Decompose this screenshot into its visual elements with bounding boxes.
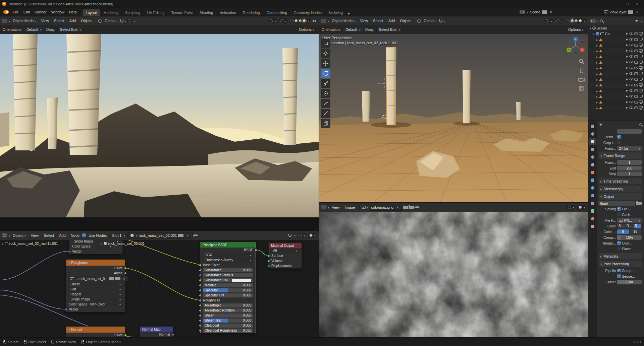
time-stretching-section[interactable]: Time Stretching xyxy=(599,178,642,184)
unlink-image-icon[interactable] xyxy=(395,205,400,210)
tab-object[interactable] xyxy=(589,169,596,176)
disable-render-icon[interactable] xyxy=(634,67,638,69)
slot-preview-toggle[interactable] xyxy=(308,233,317,238)
roughness-frame-header[interactable]: Roughness xyxy=(66,260,125,266)
anisotropic-rotation-field[interactable]: Anisotropic Rotation0.000 xyxy=(203,308,253,313)
expand-icon[interactable] xyxy=(596,66,598,70)
outliner-collection-row[interactable]: Co xyxy=(588,31,644,37)
tab-particles[interactable] xyxy=(589,185,596,191)
unlink-scene-icon[interactable] xyxy=(548,9,554,15)
roughness-texture-node[interactable]: Roughness Color Alpha rock_moss_set_0...… xyxy=(66,259,125,312)
add-workspace-button[interactable] xyxy=(346,11,352,16)
menu-add[interactable]: Add xyxy=(386,18,397,24)
pin-icon[interactable] xyxy=(414,206,420,208)
hide-viewport-icon[interactable] xyxy=(629,55,633,58)
hide-viewport-icon[interactable] xyxy=(629,44,633,46)
disable-viewport-icon[interactable] xyxy=(639,55,643,57)
selectable-icon[interactable] xyxy=(626,33,628,35)
solid-shading-icon[interactable] xyxy=(294,19,298,22)
pause-render-button[interactable] xyxy=(312,18,317,23)
unlink-material-icon[interactable] xyxy=(185,233,190,238)
solid-shading-icon[interactable] xyxy=(571,19,574,22)
stereoscopy-section[interactable]: Stereoscopy xyxy=(599,186,642,192)
use-nodes-checkbox[interactable] xyxy=(82,233,86,237)
tab-geometry-nodes[interactable]: Geometry Nodes xyxy=(290,9,325,16)
outliner-object-row[interactable] xyxy=(588,42,644,48)
tab-render[interactable] xyxy=(589,131,596,137)
subsurface-color-field[interactable]: Subsurface Col... xyxy=(203,278,253,282)
menu-help[interactable]: Help xyxy=(67,9,79,15)
disable-viewport-icon[interactable] xyxy=(639,106,643,109)
expand-icon[interactable] xyxy=(596,49,598,53)
filter-icon[interactable] xyxy=(599,124,602,126)
scale-tool[interactable] xyxy=(321,79,330,88)
crop-checkbox[interactable] xyxy=(617,141,621,144)
tab-constraints[interactable] xyxy=(589,200,596,207)
interpolation-dropdown[interactable]: Linear xyxy=(69,282,122,286)
filter-icon[interactable] xyxy=(635,20,638,22)
placeholders-checkbox[interactable] xyxy=(617,247,621,251)
disable-viewport-icon[interactable] xyxy=(639,95,643,97)
disable-viewport-icon[interactable] xyxy=(639,49,643,52)
color-swatch[interactable] xyxy=(232,279,251,282)
outliner-object-row[interactable] xyxy=(588,37,644,42)
disable-render-icon[interactable] xyxy=(634,89,638,92)
material-slot-dropdown[interactable]: Slot 1 xyxy=(109,233,127,238)
show-gizmo-toggle[interactable] xyxy=(268,18,277,23)
options-dropdown[interactable]: Options xyxy=(297,26,316,32)
material-shading-icon[interactable] xyxy=(299,19,302,22)
projection-dropdown[interactable]: Flat xyxy=(69,287,122,291)
selectable-icon[interactable] xyxy=(626,107,628,109)
tab-texture-paint[interactable]: Texture Paint xyxy=(168,9,196,16)
metadata-section[interactable]: Metadata xyxy=(599,253,642,259)
menu-view[interactable]: View xyxy=(39,18,51,24)
editor-type-3d-viewport-icon[interactable] xyxy=(321,19,326,23)
menu-object[interactable]: Object xyxy=(78,18,94,24)
menu-view[interactable]: View xyxy=(358,18,370,24)
new-image-icon[interactable] xyxy=(403,206,408,209)
shader-type-dropdown[interactable]: Object xyxy=(10,232,28,238)
compositing-checkbox[interactable] xyxy=(617,269,621,272)
disable-viewport-icon[interactable] xyxy=(639,89,643,91)
frame-rate-dropdown[interactable]: 24 fps xyxy=(617,146,642,151)
transform-tool[interactable] xyxy=(321,89,330,98)
show-overlays-toggle[interactable] xyxy=(279,18,288,23)
wireframe-shading-icon[interactable] xyxy=(567,19,570,22)
disable-render-icon[interactable] xyxy=(634,61,638,64)
rendered-shading-icon[interactable] xyxy=(303,19,306,22)
file-format-dropdown[interactable]: PN... xyxy=(617,218,642,223)
subsurface-field[interactable]: Subsurface0.000 xyxy=(203,268,253,272)
image-name-field[interactable]: colormap.png xyxy=(369,204,402,211)
menu-select[interactable]: Select xyxy=(52,18,67,24)
tab-sculpting[interactable]: Sculpting xyxy=(122,9,144,16)
editor-type-3d-viewport-icon[interactable] xyxy=(2,19,7,23)
file-extensions-checkbox[interactable] xyxy=(617,207,621,211)
disable-viewport-icon[interactable] xyxy=(639,83,643,86)
normal-frame-header[interactable]: Normal xyxy=(66,327,125,333)
selectable-icon[interactable] xyxy=(626,95,628,97)
frame-end-field[interactable]: 250 xyxy=(617,166,642,170)
sheen-field[interactable]: Sheen0.000 xyxy=(203,314,253,318)
disable-render-icon[interactable] xyxy=(634,78,638,81)
new-view-layer-icon[interactable] xyxy=(628,10,633,14)
expand-icon[interactable] xyxy=(596,43,598,47)
remove-view-layer-icon[interactable] xyxy=(635,9,640,15)
selectable-icon[interactable] xyxy=(626,61,628,63)
dither-slider[interactable]: 1.00 xyxy=(617,280,642,284)
render-region-checkbox[interactable] xyxy=(617,135,621,139)
expand-icon[interactable] xyxy=(596,55,598,59)
disable-render-icon[interactable] xyxy=(634,50,638,52)
selectable-icon[interactable] xyxy=(626,101,628,103)
overlays-toggle[interactable] xyxy=(297,233,306,238)
options-dropdown[interactable]: Options xyxy=(566,26,586,32)
colorspace-dropdown[interactable]: Non-Color xyxy=(89,302,122,306)
open-image-icon[interactable] xyxy=(115,277,120,280)
cursor-tool[interactable] xyxy=(321,49,330,58)
subsurface-radius-field[interactable]: Subsurface Radius xyxy=(203,273,253,277)
disable-viewport-icon[interactable] xyxy=(639,38,643,40)
menu-edit[interactable]: Edit xyxy=(21,9,32,15)
frame-range-section[interactable]: Frame Range xyxy=(599,152,642,159)
hide-viewport-icon[interactable] xyxy=(629,101,633,103)
expand-icon[interactable] xyxy=(596,100,598,104)
menu-select[interactable]: Select xyxy=(41,232,56,238)
